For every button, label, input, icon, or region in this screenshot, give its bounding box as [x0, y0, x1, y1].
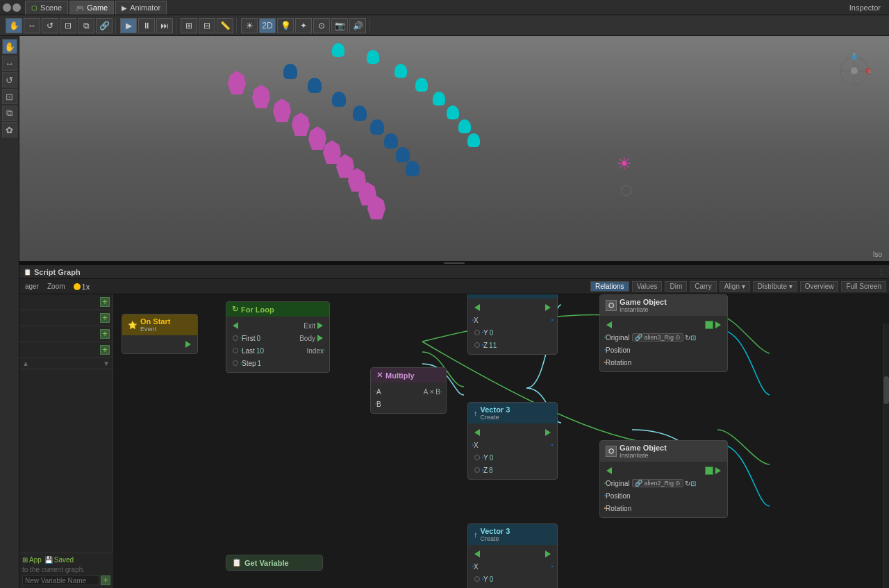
- sg-saved-btn[interactable]: 💾 Saved: [44, 556, 74, 564]
- scale-tool[interactable]: ⊡: [60, 18, 76, 33]
- grid-btn[interactable]: ⊞: [181, 18, 197, 33]
- tool-move[interactable]: ↔: [2, 56, 17, 71]
- play-btn[interactable]: ▶: [120, 18, 137, 33]
- sg-manager[interactable]: ager: [22, 282, 42, 291]
- step-btn[interactable]: ⏭: [156, 18, 173, 33]
- game-obj-bot-body: Original 🔗 alien2_Rig ⊙ ↻ ⊡: [600, 462, 727, 517]
- go-bot-link[interactable]: ⊡: [690, 480, 696, 487]
- v3-top-out: [551, 319, 553, 321]
- fx-btn[interactable]: ✦: [295, 18, 312, 33]
- for-loop-last-empty: [233, 348, 238, 353]
- ruler-btn[interactable]: 📏: [217, 18, 233, 33]
- go-bot-out-tri: [715, 467, 721, 474]
- for-loop-in-port: [233, 322, 238, 329]
- scene-gizmo: Y X: [833, 50, 875, 92]
- scene-opt-btn[interactable]: ⊙: [313, 18, 330, 33]
- node-vector3-bottom[interactable]: ↑ Vector 3 Create: [467, 402, 558, 480]
- light-btn[interactable]: ☀: [241, 18, 258, 33]
- go-top-alien-tag: 🔗 alien3_Rig ⊙: [632, 333, 683, 342]
- sg-menu-icon[interactable]: ⋮: [878, 268, 885, 276]
- rect-tool[interactable]: ⧉: [78, 18, 94, 33]
- v3-bot-x-row: X: [468, 439, 557, 451]
- sg-graph-label: to the current graph.: [22, 566, 110, 573]
- tab-scene[interactable]: ⬡ Scene: [25, 1, 68, 15]
- tool-custom[interactable]: ✿: [2, 122, 17, 137]
- scene-tab-icon: ⬡: [31, 4, 38, 12]
- window-minimize[interactable]: [3, 3, 11, 12]
- node-game-obj-top[interactable]: ⬡ Game Object Instantiate: [599, 294, 728, 372]
- sg-dim-btn[interactable]: Dim: [665, 281, 687, 292]
- tool-hand[interactable]: ✋: [2, 39, 17, 54]
- snap-btn[interactable]: ⊟: [199, 18, 215, 33]
- node-on-start[interactable]: ⭐ On Start Event: [122, 314, 198, 354]
- alien2-settings: ⊙: [675, 480, 681, 487]
- node-game-obj-bottom[interactable]: ⬡ Game Object Instantiate: [599, 440, 728, 518]
- sg-var-input[interactable]: [22, 576, 99, 585]
- sidebar-add-4[interactable]: +: [100, 345, 110, 355]
- sg-relations-btn[interactable]: Relations: [590, 281, 629, 292]
- for-loop-body-port: [317, 335, 323, 342]
- vector3-bot2-icon: ↑: [474, 530, 478, 539]
- game-obj-bot-header: ⬡ Game Object Instantiate: [600, 441, 727, 462]
- 2d-btn[interactable]: 2D: [259, 18, 276, 33]
- vector3-bot-header: ↑ Vector 3 Create: [468, 403, 557, 423]
- sg-values-btn[interactable]: Values: [632, 281, 663, 292]
- transform-tool[interactable]: 🔗: [96, 18, 113, 33]
- tool-rect[interactable]: ⧉: [2, 106, 17, 121]
- tab-animator[interactable]: ▶ Animator: [115, 1, 167, 15]
- for-loop-last-row: Last 10 Index: [226, 344, 329, 357]
- tool-scale[interactable]: ⊡: [2, 89, 17, 104]
- node-get-variable[interactable]: 📋 Get Variable: [226, 555, 323, 571]
- node-multiply[interactable]: ✕ Multiply A A × B: [370, 367, 447, 414]
- go-top-refresh[interactable]: ↻: [685, 334, 690, 342]
- sg-carry-btn[interactable]: Carry: [690, 281, 716, 292]
- sun-icon: ☀: [617, 154, 632, 174]
- window-close[interactable]: [13, 3, 21, 12]
- sg-title: Script Graph: [34, 268, 81, 276]
- go-top-position-row: Position: [600, 344, 727, 356]
- sg-sidebar-bottom: ⊞ App 💾 Saved to the current graph.: [19, 553, 113, 588]
- sidebar-add-3[interactable]: +: [100, 329, 110, 339]
- camera-btn[interactable]: 📷: [331, 18, 348, 33]
- tool-rotate[interactable]: ↺: [2, 72, 17, 87]
- go-top-link[interactable]: ⊡: [690, 334, 696, 342]
- sg-var-add-btn[interactable]: +: [101, 576, 110, 585]
- hand-tool[interactable]: ✋: [6, 18, 22, 33]
- audio-btn[interactable]: 🔊: [349, 18, 366, 33]
- sg-scroll-vertical[interactable]: [883, 324, 889, 588]
- gizmo-btn[interactable]: 💡: [277, 18, 294, 33]
- sidebar-add-2[interactable]: +: [100, 313, 110, 323]
- node-vector3-bottom2[interactable]: ↑ Vector 3 Create: [467, 523, 558, 588]
- node-for-loop[interactable]: ↻ For Loop Exit: [226, 301, 330, 373]
- move-tool[interactable]: ↔: [24, 18, 40, 33]
- sg-scroll-down[interactable]: ▼: [103, 360, 110, 367]
- v3-bot-flow: [468, 426, 557, 439]
- sg-fullscreen-btn[interactable]: Full Screen: [841, 281, 886, 292]
- animator-tab-icon: ▶: [122, 4, 127, 12]
- pause-btn[interactable]: ⏸: [138, 18, 155, 33]
- v3-bot-in-flow: [474, 429, 480, 436]
- node-vector3-top[interactable]: ↑ Vector 3 Create: [467, 294, 558, 355]
- sg-scroll-up[interactable]: ▲: [22, 360, 29, 367]
- get-var-header: 📋 Get Variable: [226, 555, 322, 570]
- sg-overview-btn[interactable]: Overview: [800, 281, 839, 292]
- on-start-out-port: [185, 341, 191, 348]
- sg-sidebar-section-1: +: [19, 294, 113, 310]
- on-start-icon: ⭐: [128, 321, 138, 330]
- for-loop-first-row: First 0 Body: [226, 332, 329, 344]
- v3-top-out-flow: [545, 304, 551, 311]
- sg-align-btn[interactable]: Align ▾: [720, 281, 750, 292]
- script-graph-panel: 📋 Script Graph ⋮ ager Zoom 1x Relations …: [19, 265, 889, 588]
- sidebar-add-1[interactable]: +: [100, 297, 110, 307]
- tab-game[interactable]: 🎮 Game: [69, 1, 114, 15]
- go-top-out-flow: [705, 321, 713, 329]
- v3-bot-out-flow: [545, 429, 551, 436]
- multiply-b-row: B: [371, 398, 446, 410]
- sg-zoom[interactable]: Zoom: [44, 282, 68, 291]
- sg-scroll-thumb[interactable]: [883, 376, 889, 404]
- go-top-rotation-row: Rotation: [600, 356, 727, 369]
- sg-app-btn[interactable]: ⊞ App: [22, 556, 42, 564]
- go-bot-refresh[interactable]: ↻: [685, 480, 690, 487]
- sg-distribute-btn[interactable]: Distribute ▾: [753, 281, 797, 292]
- rotate-tool[interactable]: ↺: [42, 18, 58, 33]
